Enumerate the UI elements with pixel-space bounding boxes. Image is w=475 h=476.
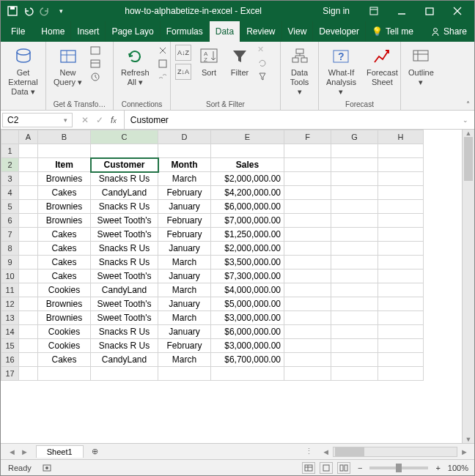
cell-E3[interactable]: $2,000,000.00 — [211, 172, 284, 186]
cell-G17[interactable] — [331, 367, 378, 381]
spreadsheet-grid[interactable]: ABCDEFGH12ItemCustomerMonthSales3Brownie… — [1, 130, 462, 443]
outline-button[interactable]: Outline ▾ — [405, 45, 437, 89]
cell-H4[interactable] — [378, 186, 424, 200]
edit-links-icon[interactable] — [157, 71, 169, 83]
cell-F1[interactable] — [284, 144, 331, 158]
cell-D4[interactable]: February — [158, 186, 211, 200]
cell-A1[interactable] — [19, 144, 38, 158]
cell-G13[interactable] — [331, 311, 378, 325]
cell-D9[interactable]: March — [158, 256, 211, 269]
cell-H6[interactable] — [378, 214, 424, 228]
cell-C12[interactable]: Sweet Tooth's — [91, 297, 158, 311]
cell-B13[interactable]: Brownies — [38, 311, 91, 325]
properties-icon[interactable] — [157, 58, 169, 70]
cell-B8[interactable]: Cakes — [38, 242, 91, 256]
close-icon[interactable] — [445, 2, 470, 20]
cell-G10[interactable] — [331, 269, 378, 283]
sheet-tab[interactable]: Sheet1 — [36, 445, 84, 458]
hscroll-left-icon[interactable]: ◄ — [319, 447, 333, 456]
row-header-1[interactable]: 1 — [1, 144, 19, 158]
hscroll-right-icon[interactable]: ► — [457, 447, 471, 456]
cell-A6[interactable] — [19, 214, 38, 228]
row-header-14[interactable]: 14 — [1, 325, 19, 339]
col-header-G[interactable]: G — [331, 130, 378, 144]
cell-D6[interactable]: February — [158, 214, 211, 228]
cell-E14[interactable]: $6,000,000.00 — [211, 325, 284, 339]
cell-F3[interactable] — [284, 172, 331, 186]
cell-E15[interactable]: $3,000,000.00 — [211, 339, 284, 353]
cell-E2[interactable]: Sales — [211, 158, 284, 172]
tell-me[interactable]: 💡Tell me — [366, 21, 419, 42]
sort-asc-button[interactable]: A↓Z — [175, 45, 191, 61]
tab-insert[interactable]: Insert — [71, 21, 106, 42]
undo-icon[interactable] — [23, 5, 34, 17]
cell-E10[interactable]: $7,300,000.00 — [211, 269, 284, 283]
zoom-level[interactable]: 100% — [448, 464, 468, 472]
row-header-5[interactable]: 5 — [1, 200, 19, 214]
cell-G14[interactable] — [331, 325, 378, 339]
whatif-button[interactable]: ? What-If Analysis ▾ — [323, 45, 359, 99]
cell-F9[interactable] — [284, 256, 331, 269]
refresh-all-button[interactable]: Refresh All ▾ — [118, 45, 152, 89]
cell-G9[interactable] — [331, 256, 378, 269]
from-table-icon[interactable] — [89, 58, 101, 70]
cell-B7[interactable]: Cakes — [38, 228, 91, 242]
cell-B9[interactable]: Cakes — [38, 256, 91, 269]
cell-H14[interactable] — [378, 325, 424, 339]
row-header-8[interactable]: 8 — [1, 242, 19, 256]
cell-E17[interactable] — [211, 367, 284, 381]
cell-D1[interactable] — [158, 144, 211, 158]
cell-A8[interactable] — [19, 242, 38, 256]
forecast-sheet-button[interactable]: Forecast Sheet — [364, 45, 401, 89]
col-header-C[interactable]: C — [91, 130, 158, 144]
cell-H8[interactable] — [378, 242, 424, 256]
cell-A14[interactable] — [19, 325, 38, 339]
row-header-16[interactable]: 16 — [1, 353, 19, 367]
cell-B10[interactable]: Cakes — [38, 269, 91, 283]
row-header-2[interactable]: 2 — [1, 158, 19, 172]
cell-B4[interactable]: Cakes — [38, 186, 91, 200]
cell-E5[interactable]: $6,000,000.00 — [211, 200, 284, 214]
select-all-corner[interactable] — [1, 130, 19, 144]
cell-H11[interactable] — [378, 283, 424, 297]
cell-G12[interactable] — [331, 297, 378, 311]
cell-H15[interactable] — [378, 339, 424, 353]
tab-file[interactable]: File — [1, 21, 35, 42]
vertical-scrollbar[interactable]: ▲ ▼ — [462, 130, 474, 443]
col-header-E[interactable]: E — [211, 130, 284, 144]
cell-G5[interactable] — [331, 200, 378, 214]
row-header-3[interactable]: 3 — [1, 172, 19, 186]
sheet-prev-icon[interactable]: ◄ — [8, 447, 16, 456]
cell-E12[interactable]: $5,000,000.00 — [211, 297, 284, 311]
cell-H16[interactable] — [378, 353, 424, 367]
row-header-12[interactable]: 12 — [1, 297, 19, 311]
cell-D17[interactable] — [158, 367, 211, 381]
cell-C13[interactable]: Sweet Tooth's — [91, 311, 158, 325]
cell-A11[interactable] — [19, 283, 38, 297]
cell-B12[interactable]: Brownies — [38, 297, 91, 311]
cell-B11[interactable]: Cookies — [38, 283, 91, 297]
cell-D12[interactable]: January — [158, 297, 211, 311]
cell-H7[interactable] — [378, 228, 424, 242]
cell-C15[interactable]: Snacks R Us — [91, 339, 158, 353]
accept-formula-icon[interactable]: ✓ — [96, 115, 103, 125]
cell-A12[interactable] — [19, 297, 38, 311]
cell-C3[interactable]: Snacks R Us — [91, 172, 158, 186]
sheet-next-icon[interactable]: ► — [21, 447, 29, 456]
cell-C16[interactable]: CandyLand — [91, 353, 158, 367]
col-header-B[interactable]: B — [38, 130, 91, 144]
tab-view[interactable]: View — [282, 21, 314, 42]
col-header-A[interactable]: A — [19, 130, 38, 144]
zoom-slider[interactable] — [369, 466, 428, 469]
cell-C7[interactable]: Sweet Tooth's — [91, 228, 158, 242]
macro-record-icon[interactable] — [42, 463, 52, 473]
cell-D3[interactable]: March — [158, 172, 211, 186]
cell-F12[interactable] — [284, 297, 331, 311]
tab-home[interactable]: Home — [35, 21, 71, 42]
cell-E6[interactable]: $7,000,000.00 — [211, 214, 284, 228]
cell-A10[interactable] — [19, 269, 38, 283]
cell-D10[interactable]: January — [158, 269, 211, 283]
reapply-icon[interactable] — [257, 58, 269, 70]
cell-F6[interactable] — [284, 214, 331, 228]
cell-A15[interactable] — [19, 339, 38, 353]
